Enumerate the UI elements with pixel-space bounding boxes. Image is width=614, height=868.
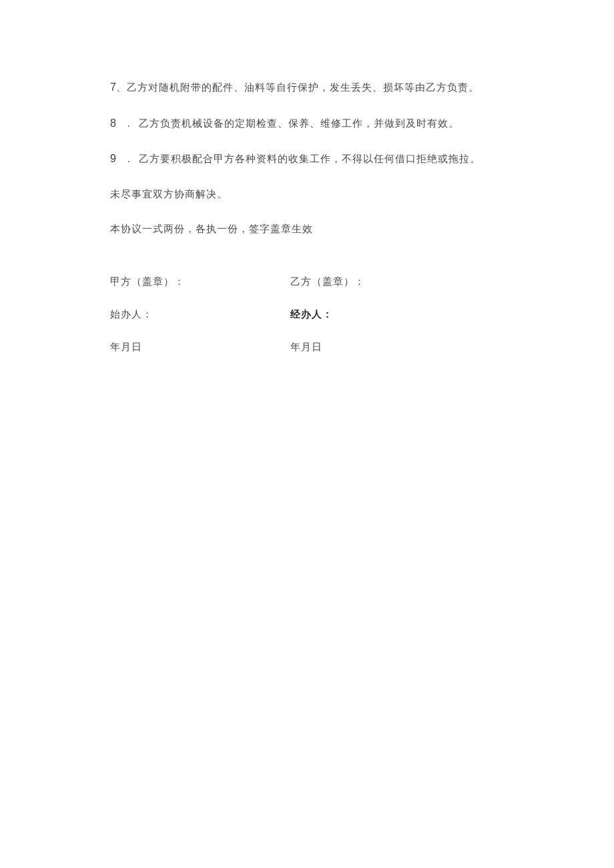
signature-block: 甲方（盖章）： 乙方（盖章）： 始办人： 经办人： 年月日 年月日: [110, 276, 504, 354]
body-line-1: 未尽事宜双方协商解决。: [110, 186, 504, 202]
handler-a: 始办人：: [110, 308, 290, 321]
clause-8-number: 8: [110, 115, 119, 132]
date-b: 年月日: [290, 341, 504, 354]
document-page: 7、乙方对随机附带的配件、油料等自行保护，发生丢失、损坏等由乙方负责。 8.乙方…: [0, 0, 614, 354]
party-b-seal: 乙方（盖章）：: [290, 276, 504, 288]
clause-9-number: 9: [110, 150, 119, 167]
clause-7-sep: 、: [116, 82, 127, 93]
clause-7: 7、乙方对随机附带的配件、油料等自行保护，发生丢失、损坏等由乙方负责。: [110, 79, 504, 96]
clause-8: 8.乙方负责机械设备的定期检查、保养、维修工作，并做到及时有效。: [110, 115, 504, 132]
clause-9-sep: .: [127, 151, 131, 167]
clause-9: 9.乙方要积极配合甲方各种资料的收集工作，不得以任何借口拒绝或拖拉。: [110, 150, 504, 167]
clause-7-number: 7: [110, 81, 116, 93]
clause-8-text: 乙方负责机械设备的定期检查、保养、维修工作，并做到及时有效。: [139, 115, 459, 131]
date-a: 年月日: [110, 341, 290, 354]
signature-row-handler: 始办人： 经办人：: [110, 308, 504, 321]
body-line-2: 本协议一式两份，各执一份，签字盖章生效: [110, 221, 504, 237]
party-a-seal: 甲方（盖章）：: [110, 276, 290, 288]
clause-8-sep: .: [127, 115, 131, 131]
clause-7-text: 乙方对随机附带的配件、油料等自行保护，发生丢失、损坏等由乙方负责。: [127, 82, 479, 93]
clause-9-text: 乙方要积极配合甲方各种资料的收集工作，不得以任何借口拒绝或拖拉。: [139, 151, 481, 167]
signature-row-seal: 甲方（盖章）： 乙方（盖章）：: [110, 276, 504, 288]
handler-b: 经办人：: [290, 308, 504, 321]
signature-row-date: 年月日 年月日: [110, 341, 504, 354]
